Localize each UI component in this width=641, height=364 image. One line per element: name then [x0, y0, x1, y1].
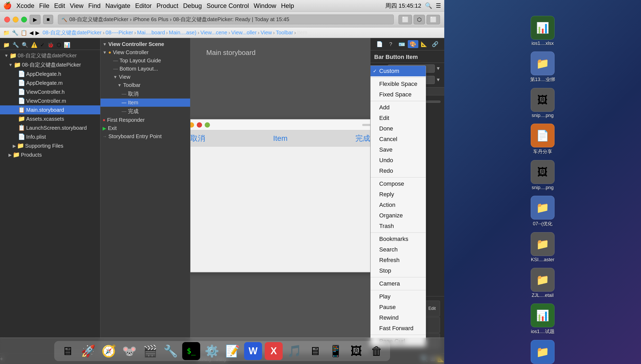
- dropdown-item-add[interactable]: Add: [370, 102, 426, 113]
- dropdown-item-bookmarks[interactable]: Bookmarks: [370, 234, 426, 244]
- nav-icon-tests[interactable]: ✓: [40, 42, 45, 48]
- dock-notes[interactable]: 📝: [223, 342, 241, 360]
- nav-icon-breakpoints[interactable]: ⬡: [57, 42, 61, 48]
- menu-product[interactable]: Product: [157, 2, 178, 10]
- breadcrumb-item-6[interactable]: View...oller: [231, 30, 257, 36]
- dropdown-item-flexible-space[interactable]: Flexible Space: [370, 79, 426, 89]
- file-appdelegate-m[interactable]: 📄 AppDelegate.m: [0, 78, 100, 87]
- menu-view[interactable]: View: [70, 2, 84, 10]
- inspector-tab-size[interactable]: 📐: [419, 40, 429, 48]
- file-tree-item[interactable]: ▼ 📁 08-自定义键盘datePicker: [0, 51, 100, 60]
- dropdown-item-camera[interactable]: Camera: [370, 278, 426, 289]
- scene-top-layout[interactable]: — Top Layout Guide: [100, 57, 190, 65]
- scene-bottom-layout[interactable]: — Bottom Layout...: [100, 65, 190, 73]
- scene-cancel-item[interactable]: — 取消: [100, 89, 190, 99]
- nav-icon-issues[interactable]: ⚠️: [31, 42, 38, 48]
- dock-word[interactable]: W: [244, 342, 262, 360]
- dropdown-item-save[interactable]: Save: [370, 144, 426, 155]
- dock-mouse[interactable]: 🐭: [120, 342, 138, 360]
- dock-xcode[interactable]: 🖥: [306, 342, 324, 360]
- scene-exit[interactable]: ▶ Exit: [100, 124, 190, 132]
- breadcrumb-item-3[interactable]: Mai....board: [137, 30, 165, 36]
- desktop-icon-9[interactable]: 📊 ios1....试题: [531, 304, 555, 335]
- icon-cell-blank[interactable]: [424, 317, 440, 333]
- dropdown-item-cancel[interactable]: Cancel: [370, 134, 426, 144]
- file-tree-item[interactable]: ▼ 📁 08-自定义键盘datePicker: [0, 60, 100, 69]
- dock-preview[interactable]: 🖼: [347, 342, 365, 360]
- dropdown-item-rewind[interactable]: Rewind: [370, 312, 426, 323]
- nav-icon-debug[interactable]: 🐞: [47, 42, 54, 48]
- breadcrumb-item-5[interactable]: View...cene: [200, 30, 227, 36]
- dropdown-item-compose[interactable]: Compose: [370, 179, 426, 189]
- breadcrumb-item-9[interactable]: Item: [297, 30, 307, 36]
- minimize-button[interactable]: [13, 17, 19, 22]
- breadcrumb-item-4[interactable]: Main....ase): [169, 30, 196, 36]
- file-assets[interactable]: 📁 Assets.xcassets: [0, 114, 100, 123]
- dock-terminal[interactable]: $_: [182, 342, 200, 360]
- menu-file[interactable]: File: [39, 2, 49, 10]
- dropdown-item-stop[interactable]: Stop: [370, 265, 426, 276]
- maximize-button[interactable]: [21, 17, 27, 22]
- dropdown-item-refresh[interactable]: Refresh: [370, 255, 426, 265]
- view-toggle-1[interactable]: ⬜: [399, 15, 412, 24]
- menu-editor[interactable]: Editor: [135, 2, 152, 10]
- dock-launchpad[interactable]: 🚀: [79, 342, 97, 360]
- dropdown-item-fast-forward[interactable]: Fast Forward: [370, 323, 426, 334]
- menu-xcode[interactable]: Xcode: [16, 2, 34, 10]
- style-dropdown-arrow[interactable]: ▼: [436, 66, 441, 71]
- folder-supporting-files[interactable]: ▶ 📁 Supporting Files: [0, 141, 100, 150]
- desktop-icon-8[interactable]: 📁 ZJL....etail: [531, 268, 555, 298]
- file-main-storyboard[interactable]: 📋 Main.storyboard: [0, 105, 100, 114]
- inspector-tab-connections[interactable]: 🔗: [430, 40, 441, 48]
- dropdown-item-edit[interactable]: Edit: [370, 113, 426, 123]
- file-launchscreen[interactable]: 📋 LaunchScreen.storyboard: [0, 123, 100, 132]
- desktop-icon-6[interactable]: 📁 07--(优化: [531, 196, 555, 227]
- menu-edit[interactable]: Edit: [54, 2, 65, 10]
- system-item-dropdown-arrow[interactable]: ▼: [436, 77, 441, 83]
- file-viewcontroller-m[interactable]: 📄 ViewController.m: [0, 96, 100, 105]
- desktop-icon-5[interactable]: 🖼 snip....png: [531, 160, 555, 190]
- folder-products[interactable]: ▶ 📁 Products: [0, 150, 100, 159]
- dropdown-item-trash[interactable]: Trash: [370, 221, 426, 231]
- dropdown-item-pause[interactable]: Pause: [370, 302, 426, 312]
- scene-toolbar[interactable]: ▼ Toolbar: [100, 81, 190, 89]
- dropdown-item-fixed-space[interactable]: Fixed Space: [370, 89, 426, 100]
- menu-help[interactable]: Help: [281, 2, 294, 10]
- scene-first-responder[interactable]: ● First Responder: [100, 116, 190, 124]
- dock-tools[interactable]: 🔧: [162, 342, 180, 360]
- run-button[interactable]: ▶: [30, 15, 40, 24]
- dropdown-item-undo[interactable]: Undo: [370, 155, 426, 166]
- dropdown-item-done[interactable]: Done: [370, 123, 426, 134]
- menu-find[interactable]: Find: [88, 2, 101, 10]
- dropdown-item-organize[interactable]: Organize: [370, 210, 426, 221]
- scene-done-item[interactable]: — 完成: [100, 107, 190, 116]
- dock-iphonebackup[interactable]: 📱: [327, 342, 345, 360]
- file-infoplist[interactable]: 📄 Info.plist: [0, 132, 100, 141]
- desktop-icon-4[interactable]: 📄 车丹分享: [531, 124, 555, 155]
- dropdown-item-action[interactable]: Action: [370, 200, 426, 210]
- inspector-tab-attributes[interactable]: 🎨: [408, 40, 418, 48]
- desktop-icon-1[interactable]: 📊 ios1....xlsx: [531, 16, 555, 46]
- menu-navigate[interactable]: Navigate: [105, 2, 130, 10]
- nav-icon-reports[interactable]: 📊: [64, 42, 70, 48]
- desktop-icon-10[interactable]: 📁 桌面: [531, 340, 555, 364]
- dropdown-item-redo[interactable]: Redo: [370, 166, 426, 176]
- dock-finder[interactable]: 🖥: [58, 342, 76, 360]
- breadcrumb-item-8[interactable]: Toolbar: [276, 30, 293, 36]
- dropdown-item-search[interactable]: Search: [370, 244, 426, 255]
- dropdown-item-custom[interactable]: ✓ Custom: [370, 66, 426, 76]
- nav-icon-folder[interactable]: 📁: [3, 42, 10, 48]
- inspector-tab-quick-help[interactable]: ?: [386, 40, 396, 48]
- scene-view-controller-scene[interactable]: ▼ View Controller Scene: [100, 40, 190, 48]
- dock-system-pref[interactable]: ⚙️: [203, 342, 221, 360]
- scene-view[interactable]: ▼ View: [100, 73, 190, 81]
- close-button[interactable]: [4, 17, 10, 22]
- nav-icon-vcs[interactable]: 🔧: [12, 42, 19, 48]
- desktop-icon-3[interactable]: 🖼 snip....png: [531, 88, 555, 118]
- inspector-tab-file[interactable]: 📄: [374, 40, 385, 48]
- breadcrumb-item-1[interactable]: 08-自定义键盘datePicker: [43, 29, 102, 36]
- stop-button[interactable]: ■: [43, 15, 53, 24]
- menu-source-control[interactable]: Source Control: [207, 2, 249, 10]
- dock-xmind[interactable]: X: [265, 342, 283, 360]
- apple-menu[interactable]: 🍎: [3, 2, 12, 10]
